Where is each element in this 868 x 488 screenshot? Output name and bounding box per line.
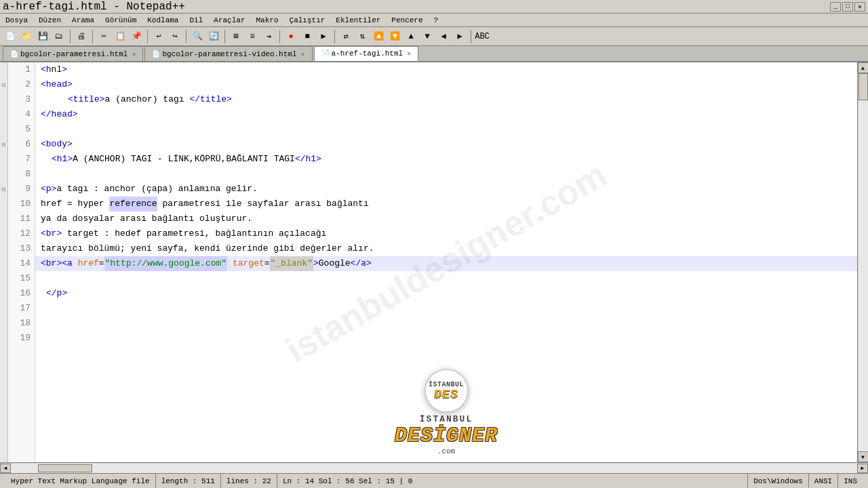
title-bar: a-href-tagi.html - Notepad++ _ □ ✕ <box>0 0 868 14</box>
sep3 <box>147 30 148 43</box>
code-line-3: <title>a (anchor) tagı </title> <box>35 92 857 107</box>
editor-container: ⊟ ⊟ ⊟ 1 2 3 4 5 6 7 8 9 10 11 12 13 14 1… <box>0 62 868 462</box>
tab-bgcolor-video-label: bgcolor-parametresi-video.html <box>162 50 296 58</box>
window-controls: _ □ ✕ <box>830 2 865 12</box>
fold-1 <box>0 62 7 77</box>
fold-19 <box>0 331 7 346</box>
save-all-button[interactable]: 🗂 <box>52 29 66 44</box>
replace-button[interactable]: 🔄 <box>206 29 221 44</box>
tab-ahref[interactable]: 📄 a-href-tagi.html ✕ <box>314 46 419 61</box>
fold-11 <box>0 211 7 226</box>
fold-6[interactable]: ⊟ <box>0 137 7 152</box>
scroll-thumb[interactable] <box>859 73 868 100</box>
logo-overlay: İSTANBUL DES İSTANBUL DESİGNER .com <box>395 369 498 455</box>
line-num-13: 13 <box>8 241 35 256</box>
maximize-button[interactable]: □ <box>842 2 853 12</box>
toolbar-btn-8[interactable]: ⇥ <box>261 29 276 44</box>
line-num-14: 14 <box>8 256 35 271</box>
sync-button[interactable]: ⇄ <box>338 29 353 44</box>
menu-eklentiler[interactable]: Eklentiler <box>333 16 383 24</box>
line-num-12: 12 <box>8 226 35 241</box>
line-num-7: 7 <box>8 152 35 167</box>
scroll-up-button[interactable]: ▲ <box>858 62 869 73</box>
print-button[interactable]: 🖨 <box>74 29 89 44</box>
code-line-14: <br><a href="http://www.google.com" targ… <box>35 256 857 271</box>
open-button[interactable]: 📁 <box>19 29 34 44</box>
copy-button[interactable]: 📋 <box>113 29 127 44</box>
code-line-7: <h1>A (ANCHOR) TAGI - LİNK,KÖPRÜ,BAĞLANT… <box>35 152 857 167</box>
fold-13 <box>0 241 7 256</box>
toolbar-btn-14[interactable]: ▶ <box>452 29 467 44</box>
code-line-19 <box>35 331 857 346</box>
status-mode: INS <box>838 474 863 488</box>
toolbar-btn-12[interactable]: ▼ <box>420 29 435 44</box>
menu-pencere[interactable]: Pencere <box>389 16 425 24</box>
tab-bgcolor[interactable]: 📄 bgcolor-parametresi.html ✕ <box>3 46 143 61</box>
code-line-11: ya da dosyalar arası bağlantı oluşturur. <box>35 211 857 226</box>
toolbar-btn-7[interactable]: ≡ <box>245 29 260 44</box>
menu-bar: Dosya Düzen Arama Görünüm Kodlama Dil Ar… <box>0 14 868 27</box>
h-scroll-track[interactable] <box>11 464 857 473</box>
menu-arama[interactable]: Arama <box>69 16 97 24</box>
minimize-button[interactable]: _ <box>830 2 841 12</box>
sync2-button[interactable]: ⇅ <box>355 29 370 44</box>
title-text: a-href-tagi.html - Notepad++ <box>3 1 185 13</box>
code-line-1: <hnl> <box>35 62 857 77</box>
new-button[interactable]: 📄 <box>3 29 18 44</box>
code-line-16: </p> <box>35 286 857 301</box>
status-bar: Hyper Text Markup Language file length :… <box>0 473 868 488</box>
toolbar-btn-9[interactable]: 🔼 <box>371 29 386 44</box>
tab-ahref-close[interactable]: ✕ <box>407 49 411 58</box>
close-button[interactable]: ✕ <box>854 2 865 12</box>
line-num-1: 1 <box>8 62 35 77</box>
code-area[interactable]: istanbuldesigner.com <hnl> <head> <title… <box>35 62 857 462</box>
undo-button[interactable]: ↩ <box>151 29 166 44</box>
fold-7 <box>0 152 7 167</box>
menu-gorunum[interactable]: Görünüm <box>102 16 139 24</box>
menu-dosya[interactable]: Dosya <box>3 16 31 24</box>
toolbar-btn-13[interactable]: ◀ <box>436 29 451 44</box>
menu-araclar[interactable]: Araçlar <box>211 16 248 24</box>
menu-calistir[interactable]: Çalıştır <box>287 16 328 24</box>
scroll-left-button[interactable]: ◀ <box>0 464 11 473</box>
zoom-in-button[interactable]: ⊞ <box>229 29 243 44</box>
sep6 <box>279 30 280 43</box>
tab-bgcolor-video-close[interactable]: ✕ <box>301 50 305 58</box>
find-button[interactable]: 🔍 <box>190 29 205 44</box>
code-line-8 <box>35 167 857 182</box>
h-scroll-thumb[interactable] <box>38 464 92 472</box>
line-num-17: 17 <box>8 301 35 316</box>
tab-bgcolor-video[interactable]: 📄 bgcolor-parametresi-video.html ✕ <box>144 46 312 61</box>
line-num-6: 6 <box>8 137 35 152</box>
scroll-down-button[interactable]: ▼ <box>858 451 869 462</box>
menu-help[interactable]: ? <box>431 16 441 24</box>
spell-button[interactable]: ABC <box>475 29 490 44</box>
record-button[interactable]: ● <box>283 29 298 44</box>
toolbar-btn-10[interactable]: 🔽 <box>387 29 402 44</box>
sep5 <box>224 30 225 43</box>
toolbar-btn-11[interactable]: ▲ <box>403 29 418 44</box>
code-line-17 <box>35 301 857 316</box>
status-encoding: Dos\Windows <box>748 474 809 488</box>
stop-button[interactable]: ■ <box>300 29 315 44</box>
line-num-9: 9 <box>8 182 35 197</box>
line-num-10: 10 <box>8 197 35 211</box>
menu-dil[interactable]: Dil <box>186 16 205 24</box>
scroll-track[interactable] <box>859 73 868 451</box>
fold-2[interactable]: ⊟ <box>0 77 7 92</box>
paste-button[interactable]: 📌 <box>129 29 144 44</box>
menu-kodlama[interactable]: Kodlama <box>144 16 181 24</box>
fold-16 <box>0 286 7 301</box>
fold-9[interactable]: ⊟ <box>0 182 7 197</box>
save-button[interactable]: 💾 <box>35 29 50 44</box>
redo-button[interactable]: ↪ <box>167 29 182 44</box>
status-filetype: Hyper Text Markup Language file <box>5 474 156 488</box>
cut-button[interactable]: ✂ <box>96 29 111 44</box>
menu-makro[interactable]: Makro <box>254 16 281 24</box>
scroll-right-button[interactable]: ▶ <box>857 464 868 473</box>
play-button[interactable]: ▶ <box>316 29 331 44</box>
line-num-3: 3 <box>8 92 35 107</box>
status-char-encoding: ANSI <box>809 474 838 488</box>
tab-bgcolor-close[interactable]: ✕ <box>132 50 136 58</box>
menu-duzen[interactable]: Düzen <box>36 16 64 24</box>
